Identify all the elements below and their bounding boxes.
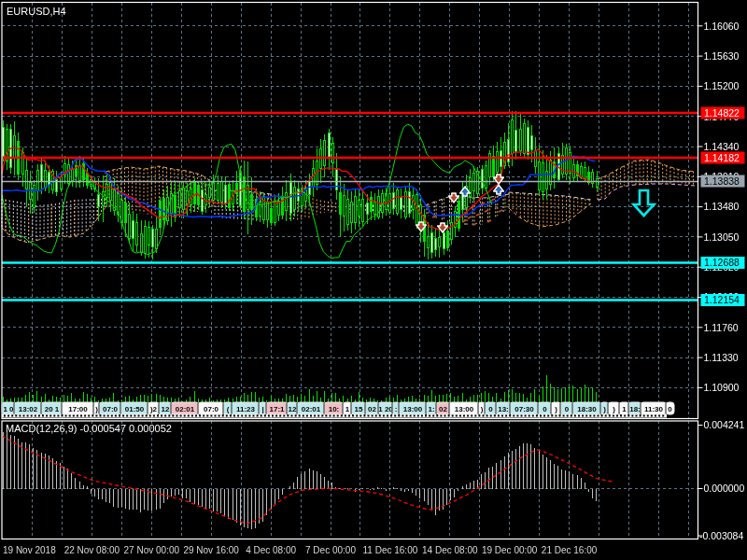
svg-text:-0.003084: -0.003084 bbox=[699, 530, 743, 541]
svg-text:): ) bbox=[555, 405, 557, 413]
svg-text:|: | bbox=[261, 405, 263, 413]
svg-text:1.13838: 1.13838 bbox=[704, 175, 740, 187]
svg-text:1 20: 1 20 bbox=[378, 405, 393, 413]
svg-text:): ) bbox=[481, 405, 484, 413]
svg-text:11:23: 11:23 bbox=[236, 405, 256, 413]
svg-text:19 Dec 00:00: 19 Dec 00:00 bbox=[482, 545, 538, 555]
svg-text:0: 0 bbox=[543, 405, 547, 413]
svg-text:1.16060: 1.16060 bbox=[704, 21, 740, 32]
svg-text:1: 1 bbox=[622, 405, 627, 413]
svg-text:): ) bbox=[613, 405, 615, 413]
svg-text:14 Dec 08:00: 14 Dec 08:00 bbox=[422, 545, 478, 555]
svg-text:13:00: 13:00 bbox=[455, 405, 474, 413]
svg-text:1.15630: 1.15630 bbox=[704, 50, 740, 62]
svg-text:1.11760: 1.11760 bbox=[704, 322, 739, 333]
svg-text:12: 12 bbox=[289, 405, 297, 413]
svg-text:22 Nov 08:00: 22 Nov 08:00 bbox=[64, 545, 120, 555]
svg-text:18:: 18: bbox=[629, 405, 641, 413]
svg-text:1.12688: 1.12688 bbox=[704, 257, 740, 268]
svg-text:1.13480: 1.13480 bbox=[704, 201, 740, 212]
svg-text:7 Dec 00:00: 7 Dec 00:00 bbox=[305, 545, 356, 555]
svg-text:0: 0 bbox=[488, 405, 493, 413]
svg-text:1:: 1: bbox=[428, 405, 434, 413]
svg-text:1: 1 bbox=[345, 405, 350, 413]
svg-text:07:0: 07:0 bbox=[103, 405, 119, 413]
svg-text:1.13050: 1.13050 bbox=[704, 231, 740, 243]
svg-text:13:02: 13:02 bbox=[19, 405, 38, 413]
svg-text:)2: )2 bbox=[150, 405, 158, 413]
svg-text:1.14340: 1.14340 bbox=[704, 141, 740, 152]
svg-text:1.14182: 1.14182 bbox=[704, 152, 740, 163]
svg-text:0.004241: 0.004241 bbox=[704, 419, 745, 430]
svg-text:1.11330: 1.11330 bbox=[704, 352, 739, 363]
svg-text:12: 12 bbox=[162, 405, 170, 413]
svg-text:02: 02 bbox=[439, 405, 447, 413]
svg-text:19 Nov 2018: 19 Nov 2018 bbox=[3, 545, 56, 555]
svg-text:1.12154: 1.12154 bbox=[704, 294, 740, 305]
svg-text:17:00: 17:00 bbox=[68, 405, 88, 413]
svg-text:0: 0 bbox=[668, 405, 672, 413]
svg-text::: : bbox=[395, 405, 398, 413]
svg-text:10:: 10: bbox=[329, 405, 340, 413]
svg-text:21 Dec 16:00: 21 Dec 16:00 bbox=[542, 545, 598, 555]
svg-text:18:30: 18:30 bbox=[577, 405, 597, 413]
svg-text:20 1: 20 1 bbox=[45, 405, 60, 413]
svg-text:02:01: 02:01 bbox=[176, 405, 195, 413]
svg-text:27 Nov 00:00: 27 Nov 00:00 bbox=[124, 545, 180, 555]
svg-text:0.000000: 0.000000 bbox=[704, 483, 745, 494]
svg-text:4 Dec 08:00: 4 Dec 08:00 bbox=[246, 545, 296, 555]
svg-text:1.10900: 1.10900 bbox=[704, 382, 740, 393]
svg-text:0: 0 bbox=[565, 405, 570, 413]
svg-text:01:50: 01:50 bbox=[125, 405, 145, 413]
svg-text:1.14822: 1.14822 bbox=[704, 107, 740, 119]
svg-text:): ) bbox=[603, 405, 606, 413]
svg-text:13:: 13: bbox=[498, 405, 509, 413]
svg-text:11:30: 11:30 bbox=[644, 405, 664, 413]
svg-text:11 Dec 16:00: 11 Dec 16:00 bbox=[363, 545, 418, 555]
svg-text:02: 02 bbox=[368, 405, 376, 413]
svg-text:): ) bbox=[95, 405, 98, 413]
svg-text:15: 15 bbox=[355, 405, 363, 413]
svg-text:29 Nov 16:00: 29 Nov 16:00 bbox=[183, 545, 239, 555]
svg-text:EURUSD,H4: EURUSD,H4 bbox=[7, 6, 66, 17]
svg-text:MACD(12,26,9) -0.000547 0.0000: MACD(12,26,9) -0.000547 0.000052 bbox=[6, 423, 172, 434]
svg-text:07:30: 07:30 bbox=[514, 405, 534, 413]
svg-text:(: ( bbox=[227, 405, 230, 413]
svg-text:07:0: 07:0 bbox=[204, 405, 219, 413]
svg-text:1.15200: 1.15200 bbox=[704, 80, 740, 91]
svg-text:13:00: 13:00 bbox=[403, 405, 423, 413]
svg-text:02:01: 02:01 bbox=[302, 405, 321, 413]
svg-text:17:1: 17:1 bbox=[269, 405, 285, 413]
svg-text:1 0: 1 0 bbox=[3, 405, 14, 413]
